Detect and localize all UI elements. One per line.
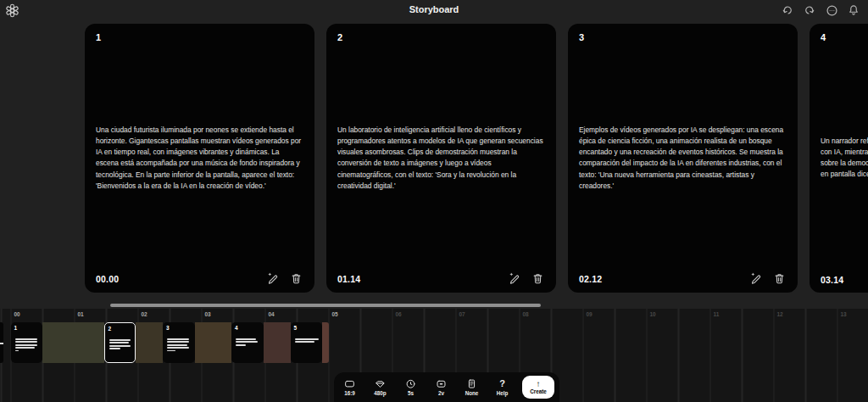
scene-timestamp: 01.14 [337, 274, 360, 284]
style-document-icon [465, 378, 478, 389]
timeline-clip-3[interactable]: 3 [163, 322, 195, 363]
topbar-actions [780, 3, 861, 18]
clip-number: 2 [108, 326, 112, 332]
clock-icon [404, 378, 417, 389]
clip-number: 5 [294, 325, 298, 331]
ruler-label: 05 [332, 311, 338, 317]
card-footer: 02.12 [579, 272, 786, 285]
scene-card-2[interactable]: 2 Un laboratorio de inteligencia artific… [326, 24, 556, 293]
resolution-gem-icon [374, 378, 387, 389]
ruler-label: 12 [777, 311, 783, 317]
ruler-label: 06 [396, 311, 402, 317]
thumb-text-lines [295, 338, 319, 343]
ruler-label: 13 [841, 311, 847, 317]
variations-label: 2v [438, 390, 444, 396]
thumb-text-lines [236, 338, 258, 346]
card-actions [749, 272, 786, 285]
clip-number: 1 [14, 325, 18, 331]
variations-icon [435, 378, 448, 389]
ruler-label: 00 [14, 311, 20, 317]
scene-card-1[interactable]: 1 Una ciudad futurista iluminada por neo… [85, 24, 314, 293]
clip-duration-segment[interactable] [264, 322, 291, 363]
scene-timestamp: 03.14 [821, 275, 843, 285]
ruler-label: 10 [650, 311, 656, 317]
ruler-label: 07 [459, 311, 465, 317]
delete-scene-button[interactable] [290, 272, 303, 285]
timeline-clip-1[interactable]: 1 [11, 322, 43, 363]
scene-number: 2 [337, 32, 342, 42]
clip-duration-segment[interactable] [136, 322, 163, 363]
edit-scene-button[interactable] [508, 272, 520, 285]
timeline-scrollbar[interactable] [110, 304, 541, 307]
bottom-toolbar: 16:9 480p 5s 2v [334, 372, 559, 402]
notifications-button[interactable] [846, 3, 861, 18]
resolution-button[interactable]: 480p [370, 378, 391, 396]
scene-description[interactable]: Una ciudad futurista iluminada por neone… [96, 125, 303, 193]
scene-timestamp: 00.00 [96, 274, 119, 284]
scene-timestamp: 02.12 [579, 274, 602, 284]
ruler-label: 09 [587, 311, 593, 317]
bell-icon [848, 4, 860, 16]
arrow-up-icon: ↑ [537, 380, 541, 388]
ruler-label: 03 [205, 311, 211, 317]
scene-description[interactable]: Un laboratorio de inteligencia artificia… [337, 125, 545, 193]
clip-number: 4 [235, 325, 238, 331]
card-footer: 00.00 [96, 272, 303, 285]
aspect-ratio-button[interactable]: 16:9 [339, 378, 360, 396]
scene-number: 1 [96, 32, 101, 42]
undo-button[interactable] [780, 3, 795, 18]
clip-number: 3 [166, 325, 170, 331]
more-options-button[interactable] [824, 3, 839, 18]
ruler-label: 01 [78, 311, 84, 317]
clip-duration-segment[interactable] [42, 322, 104, 363]
delete-scene-button[interactable] [773, 272, 786, 285]
page-title: Storyboard [0, 4, 868, 14]
scene-number: 4 [821, 32, 826, 42]
clip-duration-segment[interactable] [322, 322, 329, 363]
clip-duration-segment[interactable] [195, 322, 232, 363]
style-preset-button[interactable]: None [461, 378, 482, 396]
redo-icon [804, 4, 815, 16]
partial-clip [0, 322, 3, 363]
card-footer: 03.14 [821, 275, 868, 285]
create-button-label: Create [530, 388, 547, 394]
ruler-label: 08 [523, 311, 529, 317]
ruler-label: 04 [269, 311, 275, 317]
redo-button[interactable] [802, 3, 817, 18]
card-actions [508, 272, 544, 285]
card-actions [266, 272, 303, 285]
ellipsis-circle-icon [826, 4, 838, 17]
timeline-clip-5[interactable]: 5 [291, 322, 323, 363]
duration-label: 5s [408, 390, 414, 396]
edit-scene-button[interactable] [266, 272, 279, 285]
question-mark-icon: ? [499, 378, 505, 389]
variations-button[interactable]: 2v [431, 378, 452, 396]
undo-icon [782, 4, 793, 16]
style-preset-label: None [465, 390, 479, 396]
resolution-label: 480p [374, 390, 386, 396]
help-button[interactable]: ? Help [492, 378, 513, 396]
scene-description[interactable]: Un narrador refle con IA, mientras sobre… [821, 136, 868, 181]
thumb-text-lines [109, 339, 131, 349]
delete-scene-button[interactable] [531, 272, 544, 285]
timeline-clip-4[interactable]: 4 [231, 322, 264, 363]
topbar: Storyboard [0, 0, 868, 24]
aspect-ratio-icon [343, 378, 356, 389]
thumb-text-lines [15, 338, 37, 351]
ruler-label: 02 [142, 311, 147, 317]
scene-card-4[interactable]: 4 Un narrador refle con IA, mientras sob… [810, 24, 868, 293]
thumb-text-lines [167, 338, 189, 351]
card-footer: 01.14 [337, 272, 544, 285]
create-button[interactable]: ↑ Create [522, 376, 554, 399]
edit-scene-button[interactable] [749, 272, 762, 285]
scene-description[interactable]: Ejemplos de vídeos generados por IA se d… [579, 125, 787, 193]
scene-card-3[interactable]: 3 Ejemplos de vídeos generados por IA se… [568, 24, 798, 293]
duration-button[interactable]: 5s [400, 378, 421, 396]
timeline-clip-band: 1 2 3 4 [0, 322, 329, 363]
storyboard-cards: 1 Una ciudad futurista iluminada por neo… [85, 24, 868, 293]
timeline-clip-2-selected[interactable]: 2 [104, 322, 136, 363]
help-label: Help [497, 390, 509, 396]
ruler-label: 11 [714, 311, 720, 317]
storyboard-app: Storyboard [0, 0, 868, 402]
scene-number: 3 [579, 32, 584, 42]
